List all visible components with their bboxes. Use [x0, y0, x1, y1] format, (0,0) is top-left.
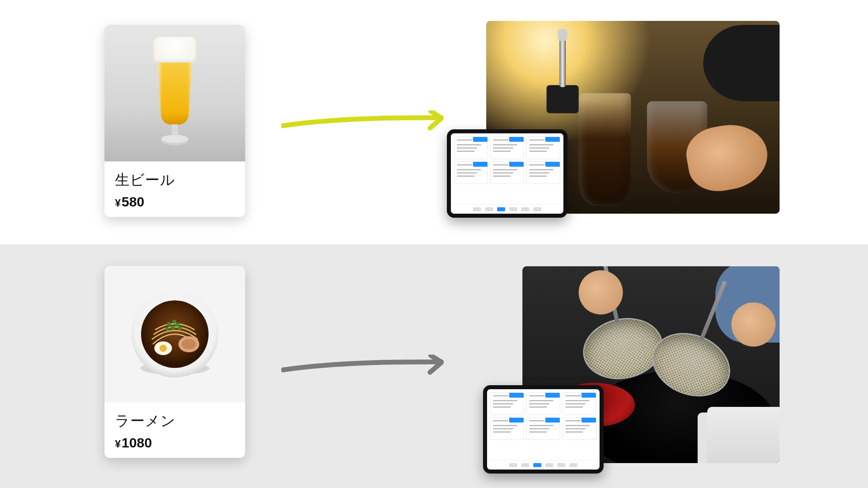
svg-point-18 [165, 327, 169, 331]
svg-point-13 [171, 325, 175, 329]
svg-rect-3 [547, 85, 579, 113]
order-ticket [526, 417, 560, 440]
tablet-bottom-bar [487, 460, 600, 470]
currency-symbol: ¥ [115, 197, 121, 209]
product-name: 生ビール [115, 170, 235, 190]
destination-scene-bar [486, 21, 780, 214]
order-ticket [454, 137, 488, 159]
order-ticket [526, 392, 560, 415]
svg-rect-4 [559, 37, 566, 87]
svg-point-10 [160, 345, 167, 352]
order-ticket [454, 161, 488, 184]
order-ticket [563, 417, 596, 440]
price-value: 1080 [121, 435, 152, 450]
product-card-body: 生ビール ¥580 [104, 161, 245, 217]
svg-rect-5 [558, 29, 567, 41]
order-ticket-grid [451, 133, 563, 204]
order-ticket [490, 161, 524, 184]
product-card-ramen[interactable]: ラーメン ¥1080 [104, 266, 245, 458]
tablet-bottom-bar [451, 204, 563, 214]
order-ticket [490, 392, 524, 415]
flow-row-beer: 生ビール ¥580 [0, 0, 868, 244]
ramen-bowl-icon [129, 288, 221, 380]
svg-point-17 [178, 326, 182, 330]
arrow-right-icon [281, 110, 458, 131]
price-value: 580 [121, 194, 144, 209]
tablet-device-icon [447, 129, 567, 218]
svg-point-15 [167, 322, 171, 326]
order-ticket [490, 417, 524, 440]
beer-glass-icon [151, 37, 199, 149]
arrow-right-icon [281, 355, 458, 375]
order-ticket [490, 137, 524, 159]
order-ticket [526, 161, 560, 184]
flow-row-ramen: ラーメン ¥1080 [0, 244, 868, 488]
product-price: ¥580 [115, 194, 235, 210]
product-image-ramen [104, 266, 245, 402]
svg-point-14 [176, 323, 180, 327]
svg-point-16 [172, 320, 176, 324]
tablet-device-icon [483, 385, 604, 474]
svg-point-12 [182, 339, 196, 349]
order-ticket-grid [487, 389, 600, 460]
product-image-beer [104, 25, 245, 161]
product-name: ラーメン [115, 411, 235, 431]
product-price: ¥1080 [115, 435, 235, 451]
order-ticket [526, 137, 560, 159]
destination-scene-kitchen [522, 266, 780, 463]
currency-symbol: ¥ [115, 438, 121, 450]
product-card-body: ラーメン ¥1080 [104, 402, 245, 458]
product-card-beer[interactable]: 生ビール ¥580 [104, 25, 245, 217]
order-ticket [563, 392, 596, 415]
svg-point-2 [161, 135, 188, 143]
